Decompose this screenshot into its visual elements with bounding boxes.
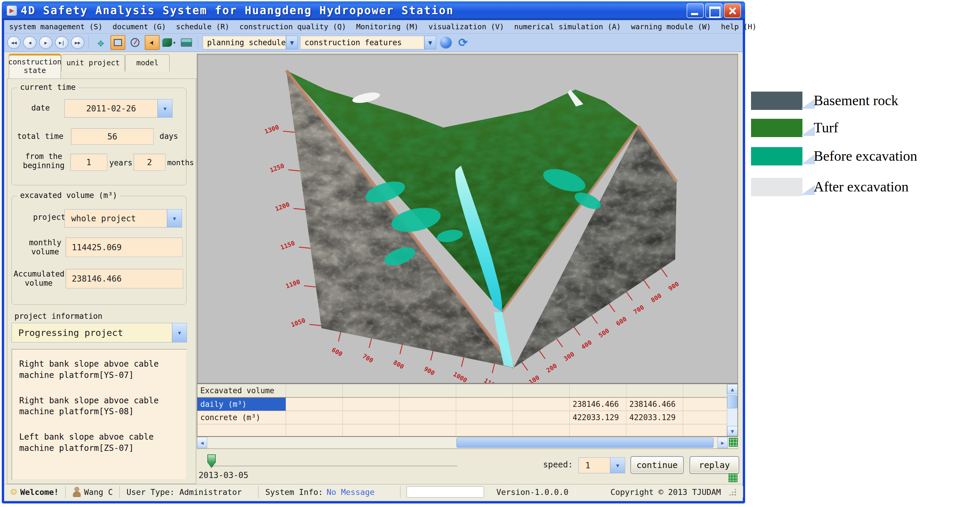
row-label[interactable]: concrete (m³) (197, 411, 286, 424)
system-info-label: System Info: (265, 488, 323, 497)
table-row-partial[interactable] (197, 424, 737, 437)
chevron-down-icon[interactable]: ▼ (286, 36, 298, 49)
play-button[interactable]: ▶ (39, 36, 52, 49)
chevron-down-icon[interactable]: ▼ (424, 36, 436, 49)
axis-tick-label: 700 (632, 304, 646, 316)
step-forward-button[interactable]: ▶| (55, 36, 68, 49)
total-time-field[interactable]: 56 (71, 128, 154, 145)
grid-toggle-icon[interactable] (729, 473, 737, 482)
refresh-tool-button[interactable]: ⟳ (456, 35, 470, 50)
accumulated-volume-label: Accumulated volume (14, 269, 64, 288)
from-beginning-label: from the beginning (20, 152, 67, 170)
snapshot-tool-button[interactable] (179, 35, 194, 50)
years-field[interactable]: 1 (70, 154, 107, 171)
progressing-project-list[interactable]: Right bank slope abvoe cable machine pla… (11, 349, 187, 480)
scroll-down-icon[interactable]: ▼ (727, 426, 738, 436)
axis-tick-label: 600 (331, 346, 344, 358)
tab-model[interactable]: model (125, 54, 170, 72)
menu-document[interactable]: document (G) (108, 20, 171, 33)
chevron-down-icon[interactable]: ▾ (158, 100, 172, 117)
list-item[interactable]: Right bank slope abvoe cable machine pla… (19, 358, 179, 381)
months-unit-label: months (167, 158, 194, 167)
toolbar-separator (198, 36, 199, 49)
viewport-3d[interactable]: 1300125012001150110010506007008009001000… (197, 54, 738, 383)
close-button[interactable] (724, 3, 741, 18)
menu-construction-quality[interactable]: construction quality (Q) (234, 20, 351, 33)
replay-button[interactable]: replay (690, 456, 739, 474)
legend-row: Turf (751, 119, 978, 138)
pan-tool-button[interactable]: ✥ (93, 35, 108, 50)
image-icon (181, 38, 192, 47)
list-item[interactable]: Left bank slope abvoe cable machine plat… (19, 431, 179, 454)
cell-value: 422033.129 (570, 411, 626, 424)
table-row-concrete[interactable]: concrete (m³) 422033.129 422033.129 (197, 411, 737, 424)
axis-tick (661, 269, 667, 277)
maximize-button[interactable] (705, 3, 722, 18)
project-information-combo[interactable]: Progressing project ▾ (11, 323, 187, 342)
axis-tick (592, 316, 597, 324)
scroll-right-icon[interactable]: ▶ (718, 437, 728, 448)
legend-row: After excavation (751, 178, 978, 197)
scrollbar-thumb[interactable] (457, 437, 714, 448)
user-icon (72, 486, 81, 497)
step-back-button[interactable]: ◀ (23, 36, 37, 49)
date-combo[interactable]: 2011-02-26 ▾ (64, 99, 173, 118)
globe-tool-button[interactable] (438, 35, 453, 50)
chevron-down-icon[interactable]: ▾ (167, 210, 182, 227)
rotate-tool-button[interactable] (127, 35, 142, 50)
current-time-group: current time date 2011-02-26 ▾ total tim… (11, 88, 186, 185)
project-combo[interactable]: whole project ▾ (64, 209, 182, 227)
smiley-icon: ☺ (11, 486, 16, 498)
resize-grip[interactable] (729, 488, 736, 496)
timeline-track[interactable] (210, 466, 457, 467)
menu-schedule[interactable]: schedule (R) (171, 20, 235, 33)
fast-forward-button[interactable]: ▶▶ (71, 36, 84, 49)
list-item[interactable]: Right bank slope abvoe cable machine pla… (19, 395, 179, 418)
status-input-field[interactable] (407, 486, 484, 497)
planning-schedule-combo[interactable]: planning schedule ▼ (203, 36, 298, 49)
minimize-button[interactable] (687, 3, 704, 18)
accumulated-volume-field[interactable]: 238146.466 (65, 269, 183, 288)
cell-value: 422033.129 (626, 411, 683, 424)
menu-system-management[interactable]: system management (S) (4, 20, 108, 33)
chevron-down-icon[interactable]: ▾ (610, 458, 625, 473)
monthly-volume-field[interactable]: 114425.069 (65, 238, 183, 257)
date-label: date (31, 103, 50, 113)
speed-combo[interactable]: 1 ▾ (579, 457, 625, 473)
menu-help[interactable]: help (H) (716, 20, 761, 33)
table-horizontal-scrollbar[interactable]: ◀ ▶ (197, 437, 738, 448)
grid-toggle-icon[interactable] (729, 438, 738, 447)
legend-label: Basement rock (814, 92, 899, 108)
table-header-row: Excavated volume (197, 384, 737, 398)
construction-features-combo[interactable]: construction features ▼ (300, 36, 436, 49)
axis-tick (299, 247, 311, 248)
axis-tick (304, 286, 316, 287)
axis-tick (288, 170, 300, 171)
continue-button[interactable]: continue (630, 456, 684, 474)
cursor-tool-button[interactable]: ➤ (145, 35, 159, 50)
menu-numerical-simulation[interactable]: numerical simulation (A) (509, 20, 626, 33)
title-bar[interactable]: 4D Safety Analysis System for Huangdeng … (2, 1, 745, 20)
menu-warning-module[interactable]: warning module (W) (626, 20, 716, 33)
user-type: User Type: Administrator (126, 488, 242, 497)
pan-icon: ✥ (97, 37, 104, 49)
axis-tick-label: 800 (650, 292, 663, 304)
chevron-down-icon[interactable]: ▾ (172, 323, 187, 342)
cell-value: 238146.466 (626, 398, 683, 411)
tab-unit-project[interactable]: unit project (62, 54, 125, 72)
rewind-button[interactable]: ◀◀ (7, 36, 21, 49)
tab-construction-state[interactable]: construction state (9, 54, 61, 79)
row-label[interactable]: daily (m³) (197, 398, 286, 411)
scene-tool-button[interactable]: ▾ (162, 35, 177, 50)
menu-monitoring[interactable]: Monitoring (M) (351, 20, 424, 33)
axis-tick (431, 351, 433, 361)
table-row-daily[interactable]: daily (m³) 238146.466 238146.466 (197, 398, 737, 411)
menu-visualization[interactable]: visualization (V) (423, 20, 509, 33)
scrollbar-thumb[interactable] (727, 395, 737, 408)
box-select-tool-button[interactable] (110, 35, 125, 50)
app-window: 4D Safety Analysis System for Huangdeng … (2, 1, 745, 504)
scroll-left-icon[interactable]: ◀ (197, 437, 207, 448)
scroll-up-icon[interactable]: ▲ (727, 384, 738, 394)
table-vertical-scrollbar[interactable]: ▲ ▼ (727, 384, 737, 436)
months-field[interactable]: 2 (134, 154, 165, 171)
